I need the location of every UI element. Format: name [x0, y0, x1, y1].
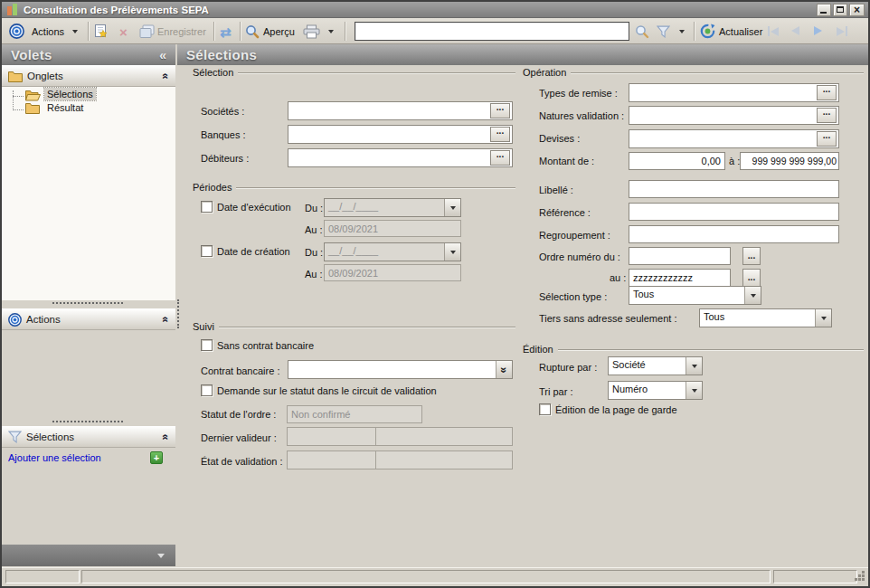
societes-input[interactable]	[288, 101, 513, 120]
printer-icon[interactable]	[303, 24, 320, 39]
preview-button[interactable]: Aperçu	[263, 26, 295, 37]
banques-input[interactable]	[288, 125, 513, 144]
minimize-button[interactable]	[817, 4, 831, 16]
sidebar-collapse-icon[interactable]	[159, 48, 166, 62]
onglets-tree: Sélections Résultat	[2, 87, 175, 300]
sync-button[interactable]	[220, 24, 232, 41]
date-execution-du-combo[interactable]: __/__/____	[324, 198, 461, 217]
dropdown-button[interactable]	[444, 243, 460, 261]
close-button[interactable]: ×	[849, 4, 865, 16]
libelle-input[interactable]	[629, 180, 839, 198]
natures-validation-lookup-button[interactable]: ...	[817, 108, 837, 123]
nav-last-button[interactable]	[837, 26, 847, 36]
print-dropdown-caret-icon[interactable]	[328, 30, 334, 33]
date-creation-checkbox[interactable]	[201, 245, 213, 257]
tiers-sans-adresse-select[interactable]: Tous	[699, 308, 832, 327]
delete-button[interactable]	[119, 26, 128, 39]
statut-ordre-input[interactable]	[287, 405, 422, 423]
ordre-numero-du-lookup-button[interactable]: ...	[742, 247, 761, 265]
societes-lookup-button[interactable]: ...	[490, 103, 510, 119]
add-selection-plus-button[interactable]	[150, 451, 163, 464]
section-selections-label: Sélections	[26, 432, 74, 442]
devises-input[interactable]	[629, 129, 839, 148]
natures-validation-input[interactable]	[629, 106, 839, 125]
du-execution-label: Du :	[305, 203, 323, 213]
filter-dropdown-caret-icon[interactable]	[679, 30, 685, 33]
types-remise-input[interactable]	[629, 83, 839, 102]
refresh-button[interactable]: Actualiser	[719, 26, 762, 37]
dernier-valideur-nom-input[interactable]	[375, 427, 513, 446]
demande-statut-checkbox[interactable]	[201, 384, 213, 396]
group-edition-label: Édition	[523, 344, 558, 355]
date-creation-au-input[interactable]	[324, 264, 461, 281]
panel-splitter-handle[interactable]	[177, 299, 179, 328]
tri-par-select[interactable]: Numéro	[608, 381, 703, 400]
debiteurs-input[interactable]	[288, 148, 513, 167]
group-selection-label: Sélection	[193, 67, 238, 78]
ordre-numero-du-input[interactable]	[629, 247, 731, 265]
dropdown-button[interactable]	[815, 309, 831, 327]
date-execution-au-input[interactable]	[324, 220, 461, 237]
search-input[interactable]	[355, 22, 629, 41]
dropdown-button[interactable]	[744, 287, 761, 304]
filter-icon[interactable]	[657, 25, 670, 38]
montant-de-input[interactable]	[629, 152, 725, 170]
dropdown-button[interactable]	[496, 361, 512, 378]
collapse-chevron-icon[interactable]	[160, 434, 173, 441]
section-onglets-header[interactable]: Onglets	[2, 65, 175, 87]
sans-contrat-checkbox[interactable]	[201, 339, 213, 351]
dernier-valideur-code-input[interactable]	[287, 427, 376, 446]
nav-next-button[interactable]	[814, 26, 822, 35]
sidebar-splitter-handle[interactable]	[52, 421, 123, 422]
actions-target-icon	[8, 313, 22, 327]
actions-menu-button[interactable]: Actions	[32, 26, 64, 37]
sidebar-splitter-handle[interactable]	[52, 302, 123, 304]
page-garde-checkbox[interactable]	[539, 403, 551, 415]
du-creation-label: Du :	[305, 247, 323, 258]
reference-input[interactable]	[629, 203, 839, 221]
collapse-chevron-icon[interactable]	[160, 73, 173, 80]
etat-validation-libelle-input[interactable]	[375, 450, 513, 469]
sidebar-title: Volets	[11, 47, 52, 62]
contrat-bancaire-combo[interactable]	[288, 360, 513, 379]
section-actions-header[interactable]: Actions	[2, 308, 175, 330]
rupture-par-select[interactable]: Société	[608, 356, 703, 375]
new-button[interactable]	[93, 24, 109, 39]
dropdown-button[interactable]	[686, 357, 702, 375]
dropdown-button[interactable]	[444, 199, 460, 216]
libelle-label: Libellé :	[539, 185, 573, 195]
montant-a-input[interactable]	[740, 152, 839, 170]
maximize-button[interactable]	[833, 4, 847, 16]
types-remise-lookup-button[interactable]: ...	[817, 85, 837, 100]
collapse-chevron-icon[interactable]	[160, 317, 173, 323]
debiteurs-lookup-button[interactable]: ...	[490, 150, 510, 166]
toolbar-separator	[694, 22, 695, 41]
dropdown-caret-icon	[751, 294, 756, 298]
save-button[interactable]: Enregistrer	[157, 26, 206, 37]
banques-lookup-button[interactable]: ...	[490, 127, 510, 142]
add-selection-link[interactable]: Ajouter une sélection	[8, 452, 101, 463]
search-icon[interactable]	[635, 24, 649, 39]
nav-previous-button[interactable]	[791, 26, 799, 35]
regroupement-input[interactable]	[629, 225, 839, 243]
section-selections-header[interactable]: Sélections	[2, 426, 175, 448]
group-operation: Opération	[523, 67, 864, 78]
natures-validation-label: Natures validation :	[539, 110, 624, 121]
dropdown-button[interactable]	[686, 382, 702, 399]
date-creation-du-combo[interactable]: __/__/____	[324, 242, 461, 261]
page-title: Sélections	[186, 47, 257, 62]
dropdown-caret-icon	[821, 317, 827, 320]
tree-item-selections[interactable]: Sélections	[44, 88, 96, 100]
preview-magnifier-icon	[245, 24, 260, 39]
selection-type-select[interactable]: Tous	[629, 286, 761, 305]
date-execution-checkbox[interactable]	[201, 201, 213, 213]
ordre-au-lookup-button[interactable]: ...	[742, 269, 761, 287]
page-garde-label: Édition de la page de garde	[555, 404, 677, 415]
resize-grip[interactable]	[855, 571, 865, 582]
ordre-au-input[interactable]	[629, 269, 731, 287]
etat-validation-code-input[interactable]	[287, 450, 376, 469]
nav-first-button[interactable]	[768, 26, 779, 36]
sidebar-footer[interactable]	[2, 545, 175, 566]
devises-lookup-button[interactable]: ...	[817, 131, 837, 147]
tree-item-resultat[interactable]: Résultat	[44, 101, 86, 114]
